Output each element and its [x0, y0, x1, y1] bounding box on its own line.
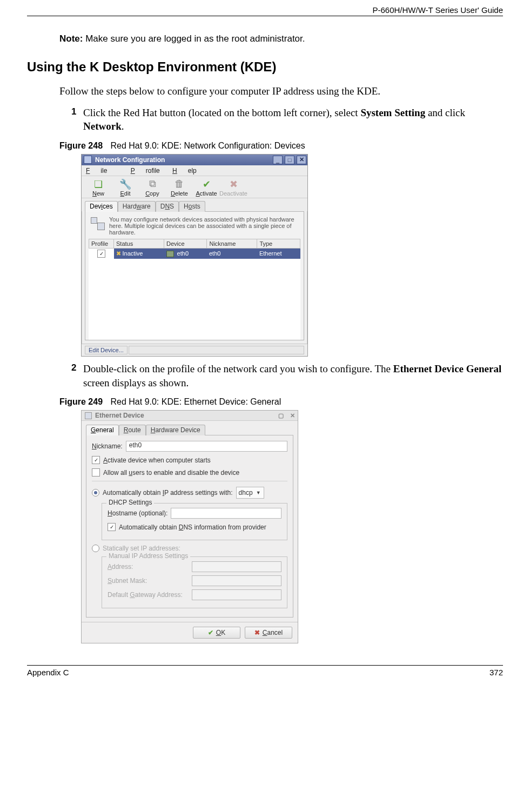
cancel-button[interactable]: ✖ Cancel — [245, 627, 292, 639]
close-button[interactable]: ✕ — [297, 156, 306, 164]
menu-profile[interactable]: Profile — [131, 167, 160, 175]
page-header: P-660H/HW/W-T Series User' Guide — [27, 5, 503, 16]
auto-ip-label: Automatically obtain IP address settings… — [103, 489, 233, 496]
activate-checkbox[interactable]: ✓ — [92, 456, 100, 464]
address-row: Address: — [108, 561, 281, 572]
col-device[interactable]: Device — [164, 239, 207, 248]
toolbar-deactivate: ✖ Deactivate — [220, 178, 247, 197]
tab-route[interactable]: Route — [119, 425, 146, 435]
nickname-input[interactable]: eth0 — [126, 441, 287, 452]
menu-file[interactable]: File — [86, 167, 118, 175]
dhcp-dropdown[interactable]: dhcp ▼ — [236, 487, 264, 499]
col-status[interactable]: Status — [114, 239, 164, 248]
chevron-down-icon: ▼ — [256, 490, 261, 495]
tab-bar: General Route Hardware Device — [82, 421, 298, 435]
tab-hardware[interactable]: Hardware — [118, 201, 156, 212]
tab-pane-general: Nickname: eth0 ✓ Activate device when co… — [86, 435, 293, 618]
col-nickname[interactable]: Nickname — [207, 239, 257, 248]
col-type[interactable]: Type — [257, 239, 300, 248]
tab-hardware-device[interactable]: Hardware Device — [146, 425, 205, 435]
manual-ip-legend: Manual IP Address Settings — [106, 552, 190, 560]
static-ip-row[interactable]: Statically set IP addresses: — [92, 545, 287, 552]
toolbar-delete[interactable]: 🗑 Delete — [166, 178, 193, 197]
auto-ip-row[interactable]: Automatically obtain IP address settings… — [92, 487, 287, 499]
subnet-label: Subnet Mask: — [108, 577, 189, 585]
screenshot-network-configuration: Network Configuration ‗ □ ✕ File Profile… — [81, 154, 503, 357]
cell-device: eth0 — [164, 248, 207, 259]
cross-icon: ✖ — [254, 629, 260, 636]
devices-table: Profile Status Device Nickname Type ✓ ✖ … — [89, 239, 300, 259]
page-footer: Appendix C 372 — [27, 665, 503, 677]
step-1-text: Click the Red Hat button (located on the… — [83, 106, 503, 133]
close-button[interactable]: ✕ — [289, 412, 296, 419]
auto-ip-radio[interactable] — [92, 489, 99, 496]
activate-row[interactable]: ✓ Activate device when computer starts — [92, 456, 287, 464]
activate-label: Activate device when computer starts — [103, 457, 211, 464]
info-box: You may configure network devices associ… — [89, 215, 300, 239]
tab-hosts[interactable]: Hosts — [179, 201, 205, 212]
app-icon — [85, 412, 92, 419]
window-title: Ethernet Device — [95, 412, 144, 419]
menubar: File Profile Help — [82, 165, 307, 176]
copy-icon: ⧉ — [146, 178, 159, 190]
check-icon: ✔ — [200, 178, 213, 190]
tab-dns[interactable]: DNS — [156, 201, 179, 212]
tab-general[interactable]: General — [86, 425, 119, 435]
tab-pane-devices: You may configure network devices associ… — [85, 211, 304, 340]
note-line: Note: Make sure you are logged in as the… — [59, 33, 503, 44]
trash-icon: 🗑 — [173, 178, 186, 190]
devices-icon — [90, 216, 106, 232]
status-text: Edit Device... — [85, 346, 128, 354]
status-bar: Edit Device... — [82, 344, 307, 356]
figure-248-caption: Figure 248 Red Hat 9.0: KDE: Network Con… — [59, 141, 503, 151]
toolbar-edit[interactable]: 🔧 Edit — [112, 178, 139, 197]
new-icon: ❏ — [92, 178, 105, 190]
subnet-row: Subnet Mask: — [108, 575, 281, 586]
cell-status: ✖ Inactive — [114, 248, 164, 259]
nickname-row: Nickname: eth0 — [92, 441, 287, 452]
table-row[interactable]: ✓ ✖ Inactive eth0 eth0 Ethernet — [89, 248, 300, 259]
status-x-icon: ✖ — [116, 250, 121, 257]
auto-dns-label: Automatically obtain DNS information fro… — [119, 524, 266, 531]
window-network-config: Network Configuration ‗ □ ✕ File Profile… — [81, 154, 308, 357]
toolbar-new[interactable]: ❏ New — [85, 178, 112, 197]
wrench-icon: 🔧 — [119, 178, 132, 190]
allow-users-label: Allow all users to enable and disable th… — [103, 469, 239, 477]
tab-bar: Devices Hardware DNS Hosts — [82, 198, 307, 211]
allow-users-row[interactable]: Allow all users to enable and disable th… — [92, 468, 287, 477]
cell-type: Ethernet — [257, 248, 300, 259]
ok-button[interactable]: ✔ OK — [193, 627, 240, 639]
step-2-text: Double-click on the profile of the netwo… — [83, 362, 503, 390]
allow-users-checkbox[interactable] — [92, 468, 100, 477]
hostname-row: Hostname (optional): — [108, 508, 281, 519]
figure-249-text: Red Hat 9.0: KDE: Ethernet Device: Gener… — [110, 397, 281, 406]
tab-devices[interactable]: Devices — [85, 201, 118, 212]
profile-checkbox[interactable]: ✓ — [97, 250, 105, 258]
toolbar-activate[interactable]: ✔ Activate — [193, 178, 220, 197]
address-input — [192, 561, 281, 572]
menu-help[interactable]: Help — [172, 167, 197, 175]
maximize-button[interactable]: ▢ — [277, 412, 285, 419]
auto-dns-row[interactable]: ✓ Automatically obtain DNS information f… — [108, 523, 281, 531]
section-heading: Using the K Desktop Environment (KDE) — [27, 59, 503, 75]
header-guide-title: P-660H/HW/W-T Series User' Guide — [372, 5, 503, 15]
auto-dns-checkbox[interactable]: ✓ — [108, 523, 116, 531]
screenshot-ethernet-device: Ethernet Device ▢ ✕ General Route Hardwa… — [81, 410, 503, 643]
step-1: 1 Click the Red Hat button (located on t… — [71, 106, 503, 133]
toolbar-copy[interactable]: ⧉ Copy — [139, 178, 166, 197]
step-2: 2 Double-click on the profile of the net… — [71, 362, 503, 390]
titlebar[interactable]: Network Configuration ‗ □ ✕ — [82, 155, 307, 165]
maximize-button[interactable]: □ — [285, 156, 294, 164]
titlebar[interactable]: Ethernet Device ▢ ✕ — [82, 411, 298, 421]
gateway-label: Default Gateway Address: — [108, 591, 189, 599]
figure-248-label: Figure 248 — [59, 141, 103, 150]
minimize-button[interactable]: ‗ — [273, 156, 283, 164]
cell-nickname: eth0 — [207, 248, 257, 259]
check-icon: ✔ — [208, 629, 213, 636]
window-ethernet-device: Ethernet Device ▢ ✕ General Route Hardwa… — [81, 410, 298, 643]
status-spacer — [129, 346, 304, 354]
hostname-input[interactable] — [171, 508, 281, 519]
col-profile[interactable]: Profile — [89, 239, 114, 248]
static-ip-radio[interactable] — [92, 545, 99, 552]
hostname-label: Hostname (optional): — [108, 509, 167, 517]
